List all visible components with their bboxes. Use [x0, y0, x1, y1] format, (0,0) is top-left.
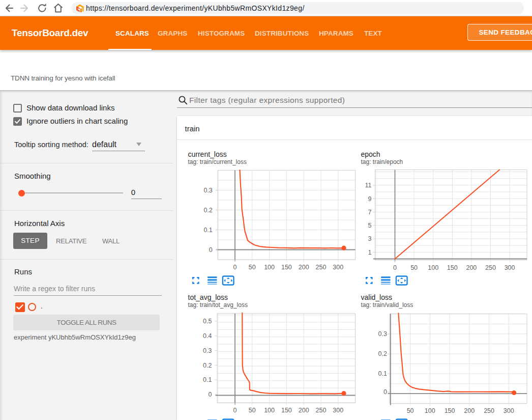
svg-text:0.3: 0.3 [203, 187, 212, 194]
svg-text:150: 150 [447, 264, 458, 271]
svg-text:0.4: 0.4 [203, 332, 212, 340]
svg-text:11: 11 [365, 182, 371, 189]
svg-text:tag: train/valid_loss: tag: train/valid_loss [361, 301, 413, 309]
svg-text:5: 5 [368, 222, 371, 229]
svg-text:0: 0 [233, 264, 237, 271]
svg-text:200: 200 [464, 407, 475, 414]
svg-text:0.1: 0.1 [203, 376, 212, 383]
svg-text:0.1: 0.1 [203, 227, 212, 234]
svg-text:tag: train/current_loss: tag: train/current_loss [188, 158, 247, 165]
svg-text:0: 0 [209, 391, 212, 398]
svg-text:200: 200 [299, 264, 309, 271]
svg-text:100: 100 [264, 407, 275, 414]
svg-text:0.5: 0.5 [203, 318, 212, 325]
svg-text:0.2: 0.2 [203, 207, 212, 214]
svg-text:valid_loss: valid_loss [361, 293, 392, 301]
svg-text:100: 100 [425, 407, 435, 414]
svg-text:7: 7 [368, 209, 371, 216]
svg-text:200: 200 [466, 264, 477, 271]
svg-text:0.1: 0.1 [378, 370, 387, 377]
svg-text:200: 200 [299, 407, 309, 414]
svg-text:0.2: 0.2 [378, 350, 387, 357]
svg-text:0.3: 0.3 [378, 330, 387, 338]
svg-text:3: 3 [368, 235, 371, 242]
svg-text:300: 300 [505, 264, 515, 271]
svg-text:9: 9 [368, 195, 371, 203]
svg-text:tot_avg_loss: tot_avg_loss [188, 293, 228, 301]
svg-text:0: 0 [383, 388, 387, 396]
svg-text:150: 150 [445, 407, 455, 414]
svg-text:current_loss: current_loss [188, 150, 227, 158]
svg-text:50: 50 [249, 264, 256, 271]
svg-text:150: 150 [281, 264, 292, 271]
svg-text:0: 0 [393, 264, 397, 271]
svg-text:300: 300 [333, 407, 343, 414]
svg-text:250: 250 [485, 264, 496, 271]
svg-text:100: 100 [264, 264, 275, 271]
svg-text:0: 0 [209, 246, 213, 254]
svg-text:250: 250 [316, 264, 327, 271]
svg-text:300: 300 [504, 407, 514, 414]
svg-text:50: 50 [407, 407, 414, 414]
svg-text:0: 0 [233, 407, 237, 414]
svg-text:1: 1 [368, 249, 371, 256]
svg-text:tag: train/tot_avg_loss: tag: train/tot_avg_loss [188, 301, 248, 309]
svg-text:0.2: 0.2 [203, 362, 212, 369]
svg-text:250: 250 [316, 407, 327, 414]
svg-text:50: 50 [249, 407, 256, 414]
svg-text:300: 300 [333, 264, 343, 271]
svg-text:100: 100 [428, 264, 438, 271]
svg-text:50: 50 [410, 264, 418, 271]
svg-text:tag: train/epoch: tag: train/epoch [361, 158, 403, 165]
svg-text:0.3: 0.3 [203, 347, 212, 354]
svg-text:epoch: epoch [361, 150, 380, 158]
svg-text:250: 250 [484, 407, 494, 414]
svg-text:150: 150 [281, 407, 292, 414]
